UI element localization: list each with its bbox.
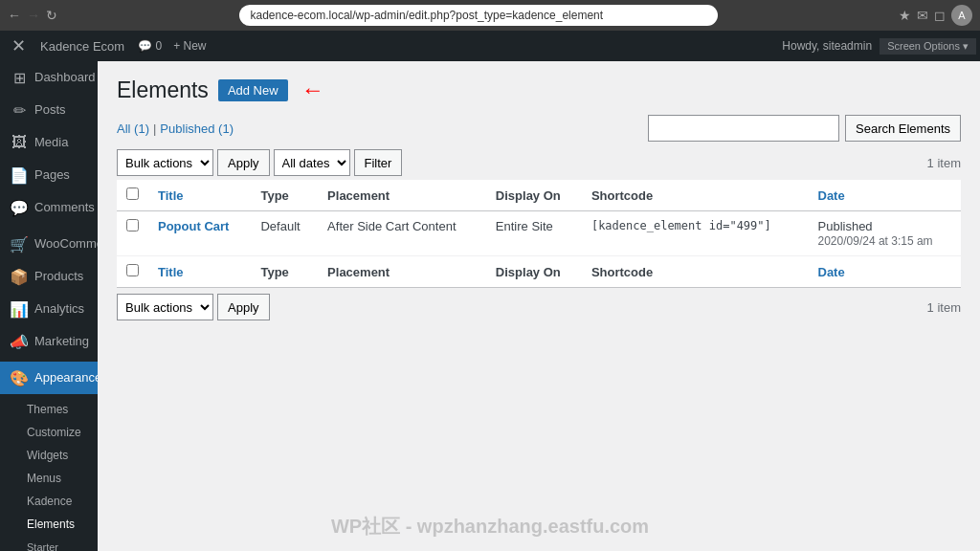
main-content: Elements Add New ← All (1) | Published (… (98, 61, 980, 551)
sidebar-item-media[interactable]: 🖼 Media (0, 126, 98, 159)
arrow-indicator: ← (301, 77, 324, 103)
url-bar[interactable]: kadence-ecom.local/wp-admin/edit.php?pos… (239, 5, 718, 26)
col-date-footer: Date (809, 256, 962, 288)
filter-all-link[interactable]: All (1) (117, 121, 149, 136)
col-title-footer: Title (148, 256, 251, 288)
bulk-actions-select[interactable]: Bulk actions (117, 149, 213, 176)
bottom-toolbar: Bulk actions Apply 1 item (117, 294, 961, 320)
sidebar-label-pages: Pages (34, 167, 70, 183)
sidebar-item-woocommerce[interactable]: 🛒 WooCommerce (0, 228, 98, 260)
sidebar-sub-widgets[interactable]: Widgets (0, 440, 98, 463)
row-displayon: Entire Site (486, 211, 582, 256)
sidebar-label-appearance: Appearance (34, 370, 98, 386)
col-shortcode-header: Shortcode (582, 180, 809, 211)
analytics-icon: 📊 (10, 300, 29, 319)
title-sort-link-bottom[interactable]: Title (158, 265, 184, 279)
select-all-checkbox-bottom[interactable] (126, 264, 139, 276)
media-icon: 🖼 (10, 134, 29, 151)
add-new-button[interactable]: Add New (218, 79, 288, 101)
sidebar-label-posts: Posts (34, 102, 66, 118)
refresh-btn[interactable]: ↻ (46, 8, 57, 23)
filter-btn[interactable]: Filter (354, 149, 403, 176)
sidebar-label-marketing: Marketing (34, 334, 89, 349)
url-text: kadence-ecom.local/wp-admin/edit.php?pos… (251, 9, 604, 22)
sidebar-item-products[interactable]: 📦 Products (0, 260, 98, 293)
back-btn[interactable]: ← (8, 8, 21, 23)
elements-table: Title Type Placement Display On Shortcod… (117, 180, 961, 288)
filter-links-bar: All (1) | Published (1) Search Elements (117, 115, 961, 142)
apply-btn[interactable]: Apply (217, 149, 270, 176)
forward-btn[interactable]: → (27, 8, 40, 23)
sidebar-item-appearance[interactable]: 🎨 Appearance (0, 362, 98, 394)
sidebar-sub-themes[interactable]: Themes (0, 394, 98, 417)
bottom-apply-btn[interactable]: Apply (217, 294, 270, 320)
col-shortcode-footer: Shortcode (582, 256, 809, 288)
sidebar-item-comments[interactable]: 💬 Comments (0, 191, 98, 224)
dashboard-icon: ⊞ (10, 69, 29, 87)
row-date: Published 2020/09/24 at 3:15 am (809, 211, 962, 256)
products-icon: 📦 (10, 268, 29, 286)
bottom-item-count: 1 item (927, 300, 961, 315)
woocommerce-icon: 🛒 (10, 235, 29, 253)
search-elements-input[interactable] (648, 115, 839, 142)
add-new-link[interactable]: + New (167, 39, 212, 53)
sidebar-item-posts[interactable]: ✏ Posts (0, 94, 98, 126)
sidebar-item-dashboard[interactable]: ⊞ Dashboard (0, 61, 98, 94)
sidebar-label-analytics: Analytics (34, 301, 84, 317)
sidebar-label-products: Products (34, 269, 83, 284)
comment-count[interactable]: 💬 0 (132, 39, 167, 53)
filter-sep-1: | (153, 121, 156, 136)
sidebar-item-analytics[interactable]: 📊 Analytics (0, 293, 98, 325)
bottom-bulk-actions-select[interactable]: Bulk actions (117, 294, 213, 320)
bookmark-icon: ✉ (917, 8, 928, 23)
col-type-footer: Type (251, 256, 318, 288)
sidebar-label-woocommerce: WooCommerce (34, 236, 98, 252)
appearance-icon: 🎨 (10, 369, 29, 387)
sidebar-label-comments: Comments (34, 200, 95, 215)
item-count: 1 item (927, 156, 961, 170)
top-toolbar: Bulk actions Apply All dates Filter 1 it… (117, 149, 961, 176)
sidebar-sub-menus[interactable]: Menus (0, 463, 98, 486)
row-checkbox-0[interactable] (126, 219, 139, 231)
sidebar-sub-elements[interactable]: Elements (0, 509, 98, 532)
extension-icon: ◻ (934, 8, 946, 23)
site-name-link[interactable]: Kadence Ecom (33, 39, 132, 54)
marketing-icon: 📣 (10, 333, 29, 351)
sidebar-sub-starter-templates[interactable]: Starter Templates (0, 532, 98, 551)
title-sort-link[interactable]: Title (158, 188, 184, 203)
col-date-header: Date (809, 180, 962, 211)
sidebar-sub-customize[interactable]: Customize (0, 417, 98, 440)
browser-chrome: ← → ↻ kadence-ecom.local/wp-admin/edit.p… (0, 0, 980, 31)
date-sort-link-bottom[interactable]: Date (818, 265, 845, 279)
page-header: Elements Add New ← (117, 77, 961, 103)
screen-options-btn[interactable]: Screen Options ▾ (880, 38, 976, 55)
col-displayon-header: Display On (486, 180, 582, 211)
col-placement-header: Placement (318, 180, 486, 211)
row-type: Default (251, 211, 318, 256)
sidebar-label-dashboard: Dashboard (34, 70, 96, 85)
search-elements-btn[interactable]: Search Elements (845, 115, 961, 142)
profile-icon: A (951, 5, 972, 26)
howdy-text: Howdy, siteadmin (782, 39, 872, 53)
posts-icon: ✏ (10, 101, 29, 120)
star-icon: ★ (899, 8, 911, 23)
date-filter-select[interactable]: All dates (274, 149, 350, 176)
col-type-header: Type (251, 180, 318, 211)
sidebar-item-pages[interactable]: 📄 Pages (0, 159, 98, 191)
sidebar-item-marketing[interactable]: 📣 Marketing (0, 325, 98, 358)
comments-icon: 💬 (10, 199, 29, 217)
col-placement-footer: Placement (318, 256, 486, 288)
row-placement: After Side Cart Content (318, 211, 486, 256)
row-shortcode: [kadence_element id="499"] (582, 211, 809, 256)
date-sort-link[interactable]: Date (818, 188, 845, 203)
select-all-checkbox-top[interactable] (126, 187, 139, 200)
filter-published-link[interactable]: Published (1) (160, 121, 234, 136)
row-title-link[interactable]: Popout Cart (158, 219, 229, 233)
sidebar-label-media: Media (34, 135, 68, 150)
wp-logo-btn[interactable]: ✕ (4, 31, 33, 61)
col-title-header: Title (148, 180, 251, 211)
page-title: Elements (117, 77, 209, 103)
sidebar-sub-kadence[interactable]: Kadence (0, 486, 98, 509)
wp-admin-bar: ✕ Kadence Ecom 💬 0 + New Howdy, siteadmi… (0, 31, 980, 61)
table-row: Popout Cart Default After Side Cart Cont… (117, 211, 961, 256)
